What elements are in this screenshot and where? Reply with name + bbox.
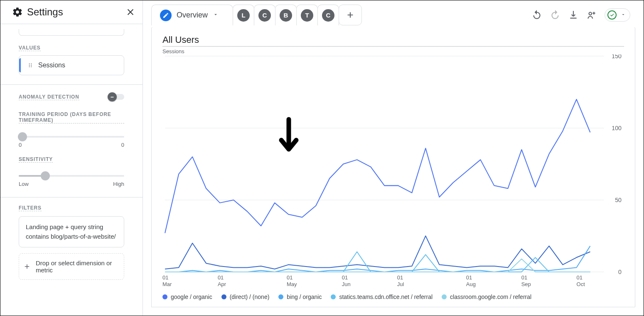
settings-panel: Settings VALUES Sessions ANOMALY DETECTI… [0, 0, 143, 316]
svg-point-2 [29, 67, 30, 67]
undo-button[interactable] [531, 10, 542, 20]
x-tick: 01Jun [342, 274, 351, 288]
sensitivity-high: High [113, 181, 124, 187]
anomaly-toggle[interactable]: – [108, 92, 124, 101]
drop-text: Drop or select dimension or metric [36, 259, 120, 274]
settings-header: Settings [0, 0, 143, 24]
main-area: Overview L C B T C [143, 0, 644, 316]
tab-mini-3[interactable]: T [296, 5, 318, 25]
values-section-label: VALUES [7, 45, 136, 51]
sensitivity-low: Low [19, 181, 29, 187]
legend-item[interactable]: (direct) / (none) [221, 294, 270, 300]
drag-handle-icon[interactable] [27, 62, 33, 68]
legend-item[interactable]: statics.teams.cdn.office.net / referral [331, 294, 433, 300]
svg-point-0 [29, 64, 30, 64]
chart-title: All Users [162, 35, 624, 45]
legend-dot-icon [442, 294, 447, 299]
sensitivity-slider[interactable]: LowHigh [7, 167, 136, 187]
svg-text:0: 0 [618, 269, 622, 274]
chart-canvas: All Users Sessions 050100150 01Mar01Apr0… [151, 27, 635, 307]
redo-button[interactable] [550, 10, 560, 20]
tab-overview[interactable]: Overview [151, 5, 233, 25]
legend-item[interactable]: bing / organic [278, 294, 322, 300]
toolbar-actions [531, 8, 635, 22]
x-tick: 01Sep [521, 274, 531, 288]
chevron-down-icon[interactable] [213, 12, 219, 19]
tab-mini-1[interactable]: C [254, 5, 275, 25]
tab-overview-label: Overview [177, 11, 208, 20]
training-min: 0 [19, 142, 22, 148]
add-filter-dropzone[interactable]: Drop or select dimension or metric [19, 253, 124, 280]
training-period-slider[interactable]: 00 [7, 128, 136, 148]
svg-point-3 [31, 64, 32, 64]
legend-dot-icon [221, 294, 226, 299]
pencil-icon [160, 10, 172, 21]
tab-mini-2[interactable]: B [275, 5, 297, 25]
svg-text:100: 100 [612, 125, 622, 131]
filter-text: Landing page + query string contains blo… [26, 223, 116, 240]
app-frame: Settings VALUES Sessions ANOMALY DETECTI… [0, 0, 644, 316]
legend-dot-icon [162, 294, 167, 299]
filter-card[interactable]: Landing page + query string contains blo… [19, 216, 124, 247]
x-axis: 01Mar01Apr01May01Jun01Jul01Aug01Sep01Oct [162, 274, 604, 289]
plus-icon [23, 263, 31, 270]
metric-label: Sessions [38, 62, 65, 69]
svg-point-6 [589, 12, 592, 15]
tab-strip: Overview L C B T C [151, 5, 361, 25]
save-status-chip[interactable] [605, 8, 630, 22]
x-tick: 01Aug [466, 274, 476, 288]
tab-mini-4[interactable]: C [317, 5, 339, 25]
share-button[interactable] [586, 10, 597, 20]
svg-text:50: 50 [615, 197, 622, 203]
training-max: 0 [121, 142, 124, 148]
settings-body: VALUES Sessions ANOMALY DETECTION – TRAI… [0, 24, 143, 316]
svg-point-4 [31, 65, 32, 66]
svg-point-1 [29, 65, 30, 66]
legend-item[interactable]: classroom.google.com / referral [442, 294, 531, 300]
chart-y-label: Sessions [162, 48, 624, 54]
chevron-down-icon [621, 11, 626, 19]
svg-point-5 [31, 67, 32, 67]
anomaly-detection-row: ANOMALY DETECTION – [7, 92, 136, 101]
down-arrow-annotation [277, 117, 300, 156]
x-tick: 01Apr [218, 274, 226, 288]
top-bar: Overview L C B T C [143, 0, 644, 25]
anomaly-detection-label: ANOMALY DETECTION [19, 94, 79, 100]
training-period-label: TRAINING PERIOD (DAYS BEFORE TIMEFRAME) [7, 111, 136, 123]
x-tick: 01Mar [162, 274, 172, 288]
chart-legend: google / organic(direct) / (none)bing / … [162, 289, 624, 300]
check-circle-icon [607, 10, 617, 20]
gear-icon [12, 7, 23, 17]
settings-title-text: Settings [27, 6, 63, 18]
x-tick: 01May [287, 274, 297, 288]
x-tick: 01Jul [397, 274, 404, 288]
metric-sessions-pill[interactable]: Sessions [19, 55, 124, 75]
clipped-field [19, 29, 124, 36]
add-tab-button[interactable] [339, 5, 362, 25]
chart-plot[interactable]: 050100150 [162, 54, 624, 274]
tab-mini-0[interactable]: L [233, 5, 254, 25]
settings-title: Settings [12, 6, 63, 18]
legend-dot-icon [278, 294, 283, 299]
filters-section-label: FILTERS [7, 205, 136, 211]
svg-text:150: 150 [612, 54, 622, 59]
legend-item[interactable]: google / organic [162, 294, 212, 300]
x-tick: 01Oct [577, 274, 585, 288]
close-icon[interactable] [126, 7, 135, 17]
download-button[interactable] [568, 10, 579, 20]
legend-dot-icon [331, 294, 336, 299]
sensitivity-label: SENSITIVITY [7, 156, 136, 163]
